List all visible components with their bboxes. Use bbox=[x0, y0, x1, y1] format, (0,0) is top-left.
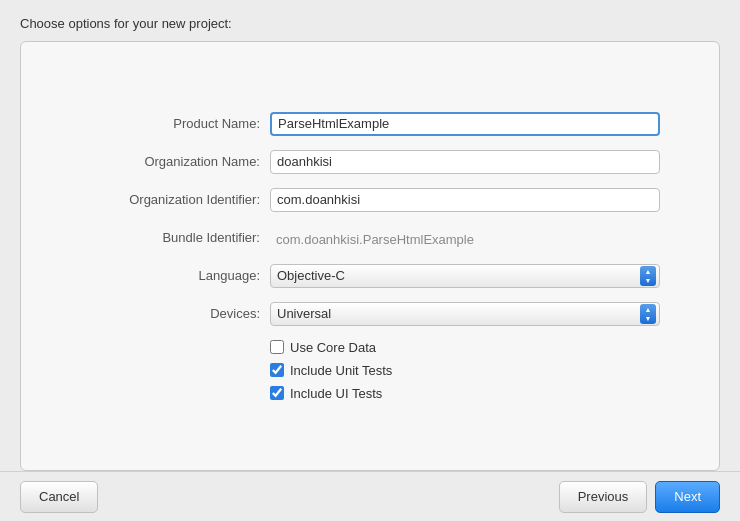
header-area: Choose options for your new project: bbox=[0, 0, 740, 41]
header-title: Choose options for your new project: bbox=[20, 16, 232, 31]
product-name-input[interactable] bbox=[270, 112, 660, 136]
use-core-data-row: Use Core Data bbox=[270, 340, 660, 355]
use-core-data-checkbox[interactable] bbox=[270, 340, 284, 354]
include-ui-tests-checkbox[interactable] bbox=[270, 386, 284, 400]
org-name-row: Organization Name: bbox=[80, 150, 660, 174]
org-name-label: Organization Name: bbox=[80, 154, 270, 169]
devices-select-wrapper: Universal iPhone iPad bbox=[270, 302, 660, 326]
org-identifier-label: Organization Identifier: bbox=[80, 192, 270, 207]
product-name-row: Product Name: bbox=[80, 112, 660, 136]
include-unit-tests-row: Include Unit Tests bbox=[270, 363, 660, 378]
language-select-wrapper: Objective-C Swift bbox=[270, 264, 660, 288]
main-content: Product Name: Organization Name: Organiz… bbox=[0, 41, 740, 471]
product-name-label: Product Name: bbox=[80, 116, 270, 131]
use-core-data-label[interactable]: Use Core Data bbox=[290, 340, 376, 355]
include-unit-tests-checkbox[interactable] bbox=[270, 363, 284, 377]
dialog-box: Product Name: Organization Name: Organiz… bbox=[20, 41, 720, 471]
language-select[interactable]: Objective-C Swift bbox=[270, 264, 660, 288]
bundle-identifier-value: com.doanhkisi.ParseHtmlExample bbox=[270, 226, 660, 250]
next-button[interactable]: Next bbox=[655, 481, 720, 513]
devices-label: Devices: bbox=[80, 306, 270, 321]
footer-area: Cancel Previous Next bbox=[0, 471, 740, 521]
checkbox-group: Use Core Data Include Unit Tests Include… bbox=[270, 340, 660, 401]
org-name-input[interactable] bbox=[270, 150, 660, 174]
cancel-button[interactable]: Cancel bbox=[20, 481, 98, 513]
include-ui-tests-row: Include UI Tests bbox=[270, 386, 660, 401]
bundle-identifier-label: Bundle Identifier: bbox=[80, 230, 270, 245]
language-label: Language: bbox=[80, 268, 270, 283]
include-unit-tests-label[interactable]: Include Unit Tests bbox=[290, 363, 392, 378]
devices-select[interactable]: Universal iPhone iPad bbox=[270, 302, 660, 326]
bundle-identifier-row: Bundle Identifier: com.doanhkisi.ParseHt… bbox=[80, 226, 660, 250]
language-row: Language: Objective-C Swift bbox=[80, 264, 660, 288]
org-identifier-input[interactable] bbox=[270, 188, 660, 212]
previous-button[interactable]: Previous bbox=[559, 481, 648, 513]
footer-left: Cancel bbox=[20, 481, 559, 513]
org-identifier-row: Organization Identifier: bbox=[80, 188, 660, 212]
form-container: Product Name: Organization Name: Organiz… bbox=[80, 112, 660, 401]
include-ui-tests-label[interactable]: Include UI Tests bbox=[290, 386, 382, 401]
footer-right: Previous Next bbox=[559, 481, 720, 513]
devices-row: Devices: Universal iPhone iPad bbox=[80, 302, 660, 326]
